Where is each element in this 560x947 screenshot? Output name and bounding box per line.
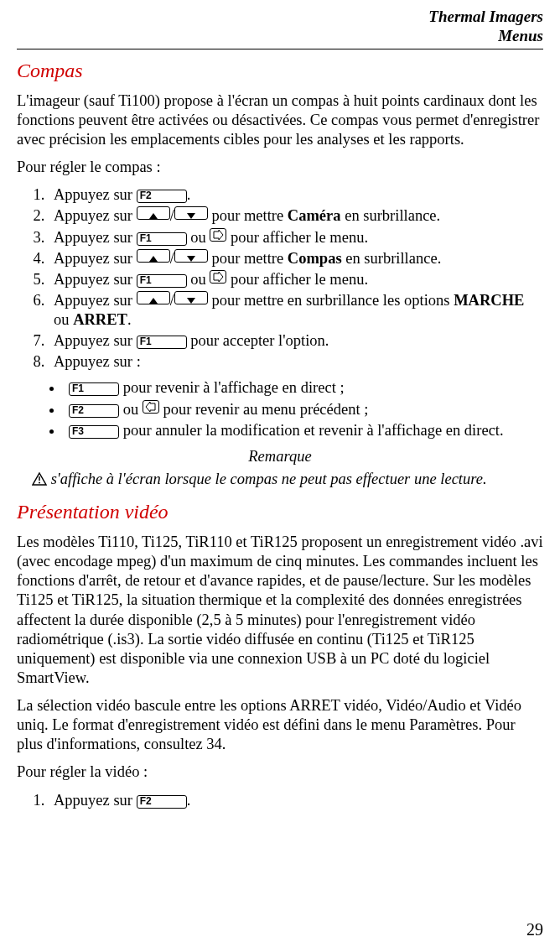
- list-item: Appuyez sur F1 ou pour afficher le menu.: [49, 270, 543, 289]
- section-heading-video: Présentation vidéo: [17, 499, 543, 524]
- text: Appuyez sur: [54, 250, 137, 267]
- text: Appuyez sur: [54, 186, 137, 203]
- text: ou: [54, 311, 73, 328]
- text: ou: [187, 229, 210, 246]
- compas-steps: Appuyez sur F2. Appuyez sur / pour mettr…: [17, 185, 543, 372]
- key-f2: F2: [137, 795, 187, 809]
- key-right: [210, 228, 226, 242]
- list-item: Appuyez sur F1 pour accepter l'option.: [49, 331, 543, 351]
- list-item: Appuyez sur / pour mettre Compas en surb…: [49, 249, 543, 268]
- compas-intro: L'imageur (sauf Ti100) propose à l'écran…: [17, 91, 543, 149]
- header-subtitle: Menus: [17, 28, 543, 45]
- remarque-label: Remarque: [17, 447, 543, 466]
- text: pour mettre: [208, 250, 288, 267]
- bold-text: ARRET: [73, 311, 127, 328]
- text: en surbrillance.: [341, 207, 441, 224]
- list-item: Appuyez sur / pour mettre en surbrillanc…: [49, 291, 543, 330]
- text: .: [187, 186, 191, 203]
- text: pour mettre en surbrillance les options: [208, 292, 454, 309]
- list-item: F2 ou pour revenir au menu précédent ;: [64, 400, 543, 419]
- bold-text: MARCHE: [454, 292, 524, 309]
- text: pour afficher le menu.: [226, 229, 368, 246]
- text: ou: [187, 271, 210, 288]
- key-f1: F1: [69, 382, 119, 396]
- arrow-right-icon: [212, 272, 224, 282]
- text: ou: [119, 401, 143, 418]
- text: Appuyez sur: [54, 271, 137, 288]
- bold-text: Caméra: [288, 207, 341, 224]
- text: pour annuler la modification et revenir …: [119, 422, 504, 439]
- key-f1: F1: [137, 336, 187, 349]
- arrow-left-icon: [145, 402, 157, 412]
- text: pour afficher le menu.: [226, 271, 368, 288]
- page-number: 29: [526, 919, 543, 940]
- arrow-up-icon: [149, 256, 158, 262]
- compas-sub-bullets: F1 pour revenir à l'affichage en direct …: [17, 378, 543, 440]
- text: Appuyez sur: [54, 207, 137, 224]
- video-steps: Appuyez sur F2.: [17, 791, 543, 810]
- warning-icon: [32, 471, 47, 491]
- key-down: [174, 206, 208, 220]
- key-up: [137, 291, 170, 304]
- arrow-right-icon: [212, 230, 224, 240]
- bold-text: Compas: [288, 250, 342, 267]
- list-item: F1 pour revenir à l'affichage en direct …: [64, 378, 543, 398]
- remarque-text: s'affiche à l'écran lorsque le compas ne…: [32, 470, 528, 491]
- text: Appuyez sur: [54, 792, 137, 809]
- text: Appuyez sur: [54, 332, 137, 349]
- arrow-down-icon: [187, 256, 195, 262]
- key-down: [174, 291, 208, 304]
- key-right: [210, 270, 226, 284]
- header-rule: [17, 49, 543, 49]
- text: Appuyez sur :: [54, 353, 141, 370]
- text: pour revenir à l'affichage en direct ;: [119, 379, 345, 396]
- video-para1: Les modèles Ti110, Ti125, TiR110 et TiR1…: [17, 533, 543, 688]
- key-f2: F2: [137, 190, 187, 203]
- list-item: Appuyez sur F1 ou pour afficher le menu.: [49, 228, 543, 247]
- arrow-up-icon: [149, 298, 158, 304]
- key-f3: F3: [69, 425, 119, 439]
- text: s'affiche à l'écran lorsque le compas ne…: [47, 471, 487, 487]
- key-up: [137, 206, 170, 220]
- text: en surbrillance.: [342, 250, 442, 267]
- text: pour revenir au menu précédent ;: [159, 401, 369, 418]
- arrow-up-icon: [149, 213, 158, 219]
- text: pour accepter l'option.: [187, 332, 329, 349]
- section-heading-compas: Compas: [17, 58, 543, 83]
- list-item: Appuyez sur F2.: [49, 791, 543, 810]
- header-title: Thermal Imagers: [17, 8, 543, 26]
- list-item: F3 pour annuler la modification et reven…: [64, 421, 543, 440]
- text: pour mettre: [208, 207, 288, 224]
- key-down: [174, 249, 208, 263]
- text: .: [187, 792, 191, 809]
- arrow-down-icon: [187, 213, 195, 219]
- list-item: Appuyez sur F2.: [49, 185, 543, 205]
- list-item: Appuyez sur / pour mettre Caméra en surb…: [49, 206, 543, 226]
- svg-point-1: [39, 481, 40, 483]
- video-para2: La sélection vidéo bascule entre les opt…: [17, 696, 543, 754]
- list-item: Appuyez sur :: [49, 352, 543, 372]
- arrow-down-icon: [187, 298, 195, 304]
- compas-prompt: Pour régler le compas :: [17, 158, 543, 177]
- key-left: [143, 400, 159, 414]
- key-f2: F2: [69, 404, 119, 418]
- video-prompt: Pour régler la vidéo :: [17, 762, 543, 782]
- key-up: [137, 249, 170, 263]
- text: Appuyez sur: [54, 292, 137, 309]
- key-f1: F1: [137, 232, 187, 246]
- key-f1: F1: [137, 274, 187, 288]
- text: .: [127, 311, 132, 328]
- text: Appuyez sur: [54, 229, 137, 246]
